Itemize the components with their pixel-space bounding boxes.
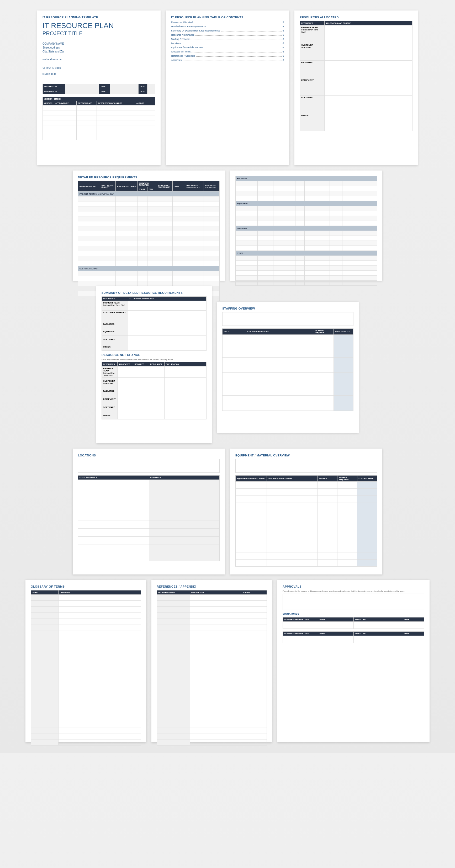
detailed-table-2: FACILITIES EQUIPMENT SOFTWARE OTHER [235,176,377,286]
approvals-note: Formally describe the purpose of this do… [282,590,424,592]
summary-table: RESOURCES ALLOCATION AND SOURCE PROJECT … [101,297,207,351]
signatures-table-2: SIGNING AUTHORITY TITLE NAME SIGNATURE D… [282,631,424,643]
company-street: Street Address [42,45,155,50]
references-table: DOCUMENT NAME DESCRIPTION LOCATION [157,590,267,745]
detailed-table-1: RESOURCE ROLE SKILL LEVEL / QUALITY ASSO… [78,181,220,301]
toc-item: References / Appendix6 [171,55,284,57]
approved-by-header: APPROVED BY [43,89,65,94]
equipment-table: EQUIPMENT / MATERIAL NAME DESCRIPTION AN… [235,475,377,567]
toc-item: Equipment / Material Overview6 [171,46,284,49]
company-citystate: City, State and Zip [42,50,155,54]
toc-item: Staffing Overview6 [171,38,284,40]
references-title: REFERENCES / APPENDIX [157,585,267,588]
detailed-title: DETAILED RESOURCE REQUIREMENTS [78,176,220,179]
staffing-notes-box [222,312,354,326]
resources-allocated-table: RESOURCES ALLOCATION AND SOURCE PROJECT … [300,21,413,131]
signatures-table-1: SIGNING AUTHORITY TITLE NAME SIGNATURE D… [282,617,424,629]
netchange-title: RESOURCE NET CHANGE [101,353,207,356]
approvals-purpose-box [282,594,424,610]
staffing-title: STAFFING OVERVIEW [222,307,354,310]
page-detailed-1: DETAILED RESOURCE REQUIREMENTS RESOURCE … [73,170,225,281]
signatures-title: SIGNATURES [282,613,424,615]
prepared-table: PREPARED BY TITLE DATE APPROVED BY TITLE… [42,84,155,94]
page-toc: IT RESOURCE PLANNING TABLE OF CONTENTS R… [166,10,289,165]
page-resources-allocated: RESOURCES ALLOCATED RESOURCES ALLOCATION… [295,10,418,165]
page-equipment: EQUIPMENT / MATERIAL OVERVIEW EQUIPMENT … [230,448,382,575]
netchange-note: Detail any differences between the resou… [101,359,207,361]
date-label: 00/00/0000 [42,73,155,75]
toc-item: Glossary Of Terms6 [171,50,284,53]
version-label: VERSION 0.0.0 [42,67,155,69]
company-block: COMPANY NAME Street Address City, State … [42,42,155,61]
netchange-table: RESOURCES ALLOCATED REQUIRED NET CHANGE … [101,362,207,420]
resources-allocated-title: RESOURCES ALLOCATED [300,16,413,19]
page-locations: LOCATIONS LOCATION DETAILS COMMENTS [73,448,225,575]
prepared-by-header: PREPARED BY [43,84,65,89]
company-web: webaddress.com [42,57,155,61]
page-glossary: GLOSSARY OF TERMS TERM DEFINITION [26,580,146,742]
toc-item: Locations6 [171,42,284,44]
page-detailed-2: FACILITIES EQUIPMENT SOFTWARE OTHER [230,170,382,281]
staffing-table: ROLE KEY RESPONSIBILITIES NUMBER REQUIRE… [222,329,354,411]
page-approvals: APPROVALS Formally describe the purpose … [277,580,429,742]
version-history-heading: VERSION HISTORY [43,97,155,101]
version-history-table: VERSION HISTORY VERSION APPROVED BY REVI… [42,97,155,140]
summary-title: SUMMARY OF DETAILED RESOURCE REQUIREMENT… [101,291,207,294]
page-summary-netchange: SUMMARY OF DETAILED RESOURCE REQUIREMENT… [96,286,212,443]
title-header: TITLE [99,84,110,89]
date-header: DATE [138,84,147,89]
toc-item: Resource Net Change6 [171,34,284,36]
page-cover: IT RESOURCE PLANNING TEMPLATE IT RESOURC… [37,10,160,165]
locations-notes-box [78,459,220,473]
toc-item: Summary Of Detailed Resource Requirement… [171,29,284,32]
glossary-table: TERM DEFINITION [31,590,141,745]
locations-title: LOCATIONS [78,454,220,457]
toc-title: IT RESOURCE PLANNING TABLE OF CONTENTS [171,16,284,19]
equipment-title: EQUIPMENT / MATERIAL OVERVIEW [235,454,377,457]
glossary-title: GLOSSARY OF TERMS [31,585,141,588]
toc-item: Resources Allocated3 [171,21,284,24]
company-name: COMPANY NAME [42,42,155,45]
project-subtitle: PROJECT TITLE [42,30,155,36]
template-label: IT RESOURCE PLANNING TEMPLATE [42,16,155,19]
locations-table: LOCATION DETAILS COMMENTS [78,475,220,561]
page-references: REFERENCES / APPENDIX DOCUMENT NAME DESC… [151,580,272,742]
page-staffing: STAFFING OVERVIEW ROLE KEY RESPONSIBILIT… [217,302,359,433]
toc-item: Approvals6 [171,59,284,61]
equipment-notes-box [235,459,377,473]
main-title: IT RESOURCE PLAN [42,22,155,30]
approvals-title: APPROVALS [282,585,424,588]
toc-item: Detailed Resource Requirements4 [171,25,284,28]
